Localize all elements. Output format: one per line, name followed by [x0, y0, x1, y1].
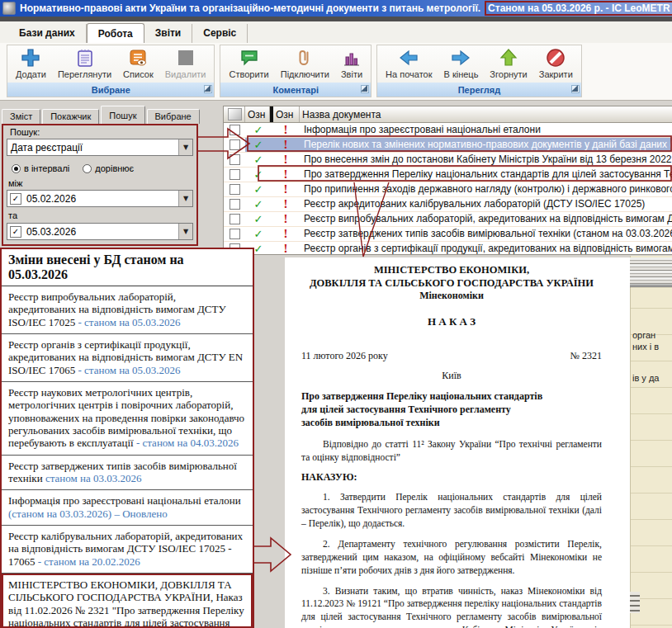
list-row-selected[interactable]: ✓!Перелік нових та змінених нормативно-п…: [224, 138, 672, 153]
check-icon: ✓: [254, 139, 263, 151]
change-item-highlighted[interactable]: МІНІСТЕРСТВО ЕКОНОМІКИ, ДОВКІЛЛЯ ТА СІЛЬ…: [2, 574, 253, 628]
tab-databases[interactable]: Бази даних: [8, 24, 87, 43]
go-end-button[interactable]: В кінець: [442, 46, 480, 80]
chevron-down-icon[interactable]: ▼: [178, 224, 192, 239]
dialog-launcher-icon[interactable]: [361, 85, 369, 93]
row-checkbox[interactable]: [230, 199, 240, 210]
change-item[interactable]: Реєстр калібрувальних лабораторій, акред…: [2, 526, 253, 574]
document-title[interactable]: Реєстр органів з сертифікації продукції,…: [300, 242, 672, 255]
date-from-checkbox[interactable]: ✓: [10, 193, 21, 205]
changes-panel: Зміни внесені у БД станом на 05.03.2026 …: [0, 248, 254, 628]
document-title[interactable]: Реєстр затверджених типів засобів вимірю…: [300, 227, 672, 241]
tab-index[interactable]: Покажчик: [42, 109, 99, 124]
document-title[interactable]: Реєстр випробувальних лабораторій, акред…: [300, 212, 672, 226]
radio-interval[interactable]: в інтервалі: [12, 163, 69, 173]
select-all-header[interactable]: [224, 106, 245, 122]
change-item[interactable]: Інформація про зареєстровані національні…: [2, 490, 253, 526]
order-city: Київ: [301, 370, 602, 382]
list-row[interactable]: ✓!Про внесення змін до постанови Кабінет…: [224, 153, 672, 168]
row-checkbox[interactable]: [230, 229, 240, 239]
close-icon: [545, 47, 566, 68]
row-checkbox[interactable]: [230, 125, 240, 135]
document-title[interactable]: Про припинення заходів державного нагляд…: [300, 182, 672, 196]
column-header-ozn-2[interactable]: Озн: [273, 106, 300, 122]
column-header-name[interactable]: Назва документа: [300, 106, 672, 122]
list-row[interactable]: ✓!Про припинення заходів державного нагл…: [224, 182, 672, 197]
order-preamble: Відповідно до статті 11² Закону України …: [301, 438, 602, 465]
ribbon-toolbar: ДодатиПереглянутиСписокВидалитиВибранеСт…: [0, 43, 672, 101]
document-title[interactable]: Про внесення змін до постанови Кабінету …: [300, 153, 672, 167]
close-button[interactable]: Закрити: [537, 46, 575, 80]
exclamation-icon: !: [284, 242, 288, 255]
plus-icon: [20, 47, 41, 68]
change-item-text: МІНІСТЕРСТВО ЕКОНОМІКИ, ДОВКІЛЛЯ ТА СІЛЬ…: [8, 578, 244, 628]
row-checkbox[interactable]: [230, 169, 240, 180]
tab-contents[interactable]: Зміст: [2, 109, 40, 124]
list-row[interactable]: ✓!Реєстр органів з сертифікації продукці…: [224, 242, 672, 255]
list-row[interactable]: ✓!Реєстр випробувальних лабораторій, акр…: [224, 212, 672, 227]
change-item[interactable]: Реєстр органів з сертифікації продукції,…: [2, 334, 253, 382]
row-checkbox[interactable]: [230, 139, 240, 150]
window-edge-stripes: [630, 257, 672, 287]
search-label: Пошук:: [10, 127, 40, 137]
list-row[interactable]: ✓!Реєстр акредитованих калібрувальних ла…: [224, 197, 672, 212]
window-title-status: Станом на 05.03.2026 р. - ІС LeoMETR 4..…: [485, 1, 672, 16]
row-checkbox[interactable]: [230, 154, 240, 165]
document-title[interactable]: Реєстр акредитованих калібрувальних лабо…: [300, 197, 672, 211]
order-paragraph: 1. Затвердити Перелік національних станд…: [301, 491, 602, 531]
background-text-fragment: орган: [632, 330, 655, 340]
and-label: та: [8, 210, 17, 220]
change-item[interactable]: Реєстр випробувальних лабораторій, акред…: [2, 286, 253, 334]
tab-reports[interactable]: Звіти: [144, 24, 192, 43]
row-checkbox[interactable]: [230, 214, 240, 224]
chevron-down-icon[interactable]: ▼: [178, 191, 192, 206]
date-to-checkbox[interactable]: ✓: [10, 226, 21, 238]
create-comment-button[interactable]: Створити: [227, 46, 270, 80]
dialog-launcher-icon[interactable]: [204, 85, 212, 93]
date-to-select[interactable]: ✓ 05.03.2026 ▼: [7, 223, 193, 240]
radio-dot-icon: [12, 164, 21, 173]
document-title[interactable]: Про затвердження Переліку національних с…: [300, 168, 672, 182]
app-window: { "window": { "title": "Нормативно-право…: [0, 0, 672, 628]
list-row[interactable]: ✓!Інформація про зареєстровані національ…: [224, 123, 672, 138]
check-icon: ✓: [254, 243, 263, 255]
radio-interval-label: в інтервалі: [24, 163, 69, 173]
order-date: 11 лютого 2026 року: [301, 350, 388, 362]
list-row[interactable]: ✓!Реєстр затверджених типів засобів вимі…: [224, 227, 672, 242]
add-button[interactable]: Додати: [14, 46, 48, 80]
document-title[interactable]: Інформація про зареєстровані національні…: [300, 123, 672, 137]
tab-favorites[interactable]: Вибране: [147, 109, 200, 124]
change-item[interactable]: Реєстр затверджених типів засобів вимірю…: [2, 456, 253, 491]
document-preview[interactable]: МІНІСТЕРСТВО ЕКОНОМІКИ, ДОВКІЛЛЯ ТА СІЛЬ…: [285, 257, 630, 628]
tab-service[interactable]: Сервіс: [192, 24, 248, 43]
radio-equals[interactable]: дорівнює: [83, 163, 134, 173]
view-button[interactable]: Переглянути: [56, 46, 113, 80]
ribbon-button-label: Згорнути: [490, 69, 527, 79]
date-from-select[interactable]: ✓ 05.02.2026 ▼: [7, 190, 193, 207]
tab-work[interactable]: Робота: [87, 23, 144, 44]
change-item-date: - станом на 05.03.2026: [78, 364, 181, 376]
check-icon: ✓: [254, 228, 263, 240]
search-field-select[interactable]: Дата реєстрації ▼: [7, 139, 193, 156]
check-icon: ✓: [254, 213, 263, 225]
go-start-button[interactable]: На початок: [384, 46, 433, 80]
list-row[interactable]: ✓!Про затвердження Переліку національних…: [224, 168, 672, 182]
collapse-button[interactable]: Згорнути: [488, 46, 528, 80]
exclamation-icon: !: [284, 138, 288, 152]
radio-equals-label: дорівнює: [95, 163, 134, 173]
document-title[interactable]: Перелік нових та змінених нормативно-пра…: [300, 138, 672, 152]
background-text-fragment: них і в: [632, 342, 659, 352]
tab-search[interactable]: Пошук: [101, 106, 144, 124]
dialog-launcher-icon[interactable]: [571, 85, 580, 93]
list-button[interactable]: Список: [121, 46, 155, 80]
chevron-down-icon[interactable]: ▼: [178, 139, 192, 155]
comment-reports-button[interactable]: Звіти: [339, 46, 364, 80]
date-to-value: 05.03.2026: [23, 226, 178, 238]
exclamation-icon: !: [284, 182, 288, 196]
paperclip-icon: [294, 47, 315, 68]
change-item[interactable]: Реєстр наукових метрологічних центрів, м…: [2, 382, 253, 456]
row-checkbox[interactable]: [230, 184, 240, 195]
attach-button[interactable]: Підключити: [279, 46, 331, 80]
title-bar[interactable]: Нормативно-правові акти України та орган…: [0, 0, 672, 17]
column-header-ozn-1[interactable]: Озн: [245, 106, 270, 122]
